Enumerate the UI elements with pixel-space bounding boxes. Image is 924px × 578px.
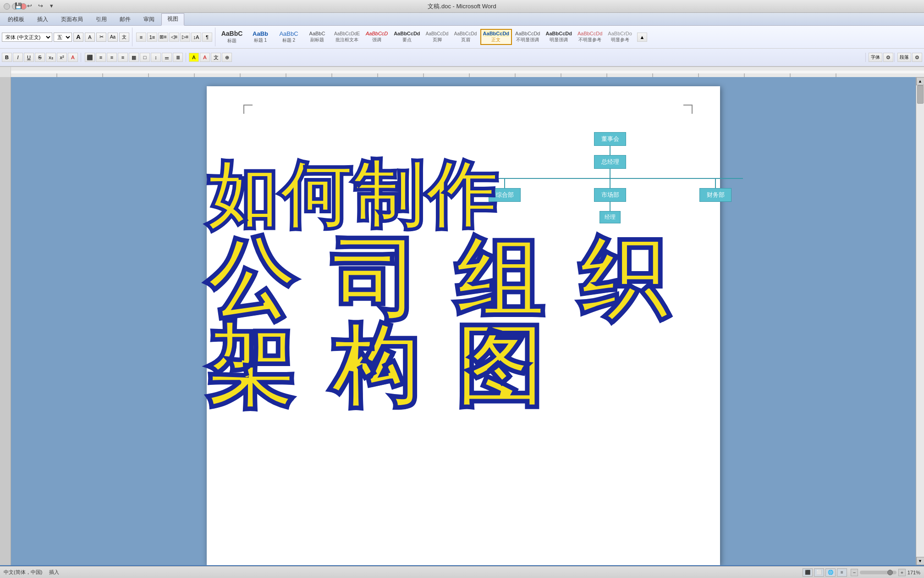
corner-mark-topright [683,105,693,114]
tab-templates[interactable]: 的模板 [2,14,30,25]
numbered-list-button[interactable]: 1≡ [147,33,157,42]
org-box-level2: 总经理 [594,155,626,169]
tab-mail[interactable]: 邮件 [114,14,137,25]
style-yaodian[interactable]: AaBbCcDd 要点 [391,29,422,44]
zoom-in-button[interactable]: + [898,569,906,576]
text-highlight-button[interactable]: A [189,53,199,62]
style-bumingxianbsq[interactable]: AaBbCcDd 不明显参考 [575,29,605,44]
org-connector-3a [504,179,505,188]
scroll-up-button[interactable]: ▲ [916,77,924,85]
style-yebi[interactable]: AaBbCcDd 页脚 [424,30,451,44]
shrink-font-button[interactable]: A [85,33,95,42]
save-quick-button[interactable]: 💾 [14,1,23,10]
status-right: ⬛ ⬜ 🌐 ≡ − + 171% [803,568,920,577]
style-yetou[interactable]: AaBbCcDd 页眉 [452,30,479,44]
grow-font-button[interactable]: A [73,33,83,42]
language-indicator: 中文(简体，中国) [4,569,42,576]
style-bumingxianqz[interactable]: AaBbCcDd 不明显强调 [513,29,542,44]
align-left-button[interactable]: ⬛ [85,53,95,62]
underline-button[interactable]: U [24,53,34,62]
style-biaoti[interactable]: AaBbC 标题 [218,28,246,45]
org-hline [477,178,743,179]
text-color2-button[interactable]: A [200,53,210,62]
para-settings-button[interactable]: ⚙ [912,53,922,62]
increase-indent-button[interactable]: ▷≡ [180,33,190,42]
border-button[interactable]: □ [140,53,150,62]
decrease-indent-button[interactable]: ◁≡ [169,33,179,42]
subscript-button[interactable]: x₂ [46,53,56,62]
print-layout-button[interactable]: ⬛ [803,568,813,577]
line-spacing-button[interactable]: ↕ [151,53,161,62]
shading-button[interactable]: ▦ [129,53,139,62]
quick-dropdown-button[interactable]: ▾ [47,1,56,10]
multilevel-list-button[interactable]: ⊞≡ [158,33,168,42]
ribbon-tab-bar: 的模板 插入 页面布局 引用 邮件 审阅 视图 [0,13,924,26]
circle-text-button[interactable]: ⊕ [222,53,232,62]
sort-button[interactable]: ↕A [191,33,201,42]
tab-insert[interactable]: 插入 [31,14,54,25]
styles-scroll-up[interactable]: ▲ [637,33,647,42]
scroll-down-button[interactable]: ▼ [916,557,924,565]
clear-format-button[interactable]: ✂ [96,33,106,42]
align-center-button[interactable]: ≡ [96,53,106,62]
tab-view[interactable]: 视图 [161,13,184,26]
group-label-font: 字体 [869,53,882,62]
aa-button[interactable]: Aa [108,33,118,42]
style-fubiaoti[interactable]: AaBbC 副标题 [303,29,331,44]
style-biaoti2[interactable]: AaBbC 标题 2 [275,29,302,45]
org-connector-3c [715,179,716,188]
style-qiangdiao[interactable]: AaBbCcD 强调 [363,29,390,44]
outline-button[interactable]: ≡ [837,568,847,577]
scroll-track[interactable] [916,85,924,557]
zoom-area[interactable]: − + 171% [851,569,920,576]
columns-button[interactable]: ⚌ [162,53,172,62]
minimize-button[interactable] [4,3,10,10]
zoom-handle[interactable] [887,570,893,575]
word-page[interactable]: 董事会 总经理 综合部 [207,86,720,565]
chinese-format-button[interactable]: 文 [119,33,129,42]
style-mingxianck[interactable]: AaBbCrDo 明显参考 [605,29,634,44]
strikethrough-button[interactable]: S [35,53,45,62]
ribbon: 的模板 插入 页面布局 引用 邮件 审阅 视图 宋体 (中文正文) 五号 A A… [0,13,924,67]
style-zhengwen[interactable]: AaBbCcDd 正文 [480,29,512,45]
org-connector-1 [610,146,610,155]
zoom-out-button[interactable]: − [851,569,858,576]
document-canvas[interactable]: 董事会 总经理 综合部 [11,77,916,565]
view-buttons[interactable]: ⬛ ⬜ 🌐 ≡ [803,568,847,577]
quick-access-toolbar[interactable]: 💾 ↩ ↪ ▾ [14,1,56,10]
zoom-slider[interactable] [860,571,896,574]
list-indent-button[interactable]: ≣ [173,53,183,62]
title-bar: 文稿.doc - Microsoft Word 💾 ↩ ↪ ▾ [0,0,924,13]
bullet-list-button[interactable]: ≡ [136,33,146,42]
org-box-root: 董事会 [594,132,626,146]
tab-review[interactable]: 审阅 [138,14,160,25]
org-connector-2 [610,169,610,178]
show-marks-button[interactable]: ¶ [202,33,212,42]
style-mingxianqz[interactable]: AaBbCcDd 明显强调 [543,29,574,44]
italic-button[interactable]: I [13,53,23,62]
style-biaoti1[interactable]: AaBb 标题 1 [247,29,274,45]
zoom-level-text[interactable]: 171% [908,570,920,575]
web-layout-button[interactable]: 🌐 [825,568,836,577]
justify-button[interactable]: ≡ [118,53,128,62]
scroll-thumb[interactable] [917,85,924,104]
org-box-经理1: 经理 [600,211,621,223]
font-effect-button[interactable]: 文 [211,53,221,62]
tab-layout[interactable]: 页面布局 [55,14,89,25]
tab-references[interactable]: 引用 [90,14,113,25]
style-pizhu[interactable]: AaBbCcDdE 批注框文本 [332,30,362,44]
font-size-select[interactable]: 五号 [54,33,72,42]
align-right-button[interactable]: ≡ [107,53,117,62]
font-name-select[interactable]: 宋体 (中文正文) [2,33,52,42]
vertical-scrollbar[interactable]: ▲ ▼ [916,77,924,565]
superscript-button[interactable]: x² [57,53,67,62]
full-screen-button[interactable]: ⬜ [814,568,824,577]
font-color-button[interactable]: A [68,53,78,62]
undo-quick-button[interactable]: ↩ [25,1,34,10]
bold-button[interactable]: B [2,53,12,62]
org-box-综合部: 综合部 [489,188,521,202]
left-margin [0,77,11,565]
font-settings-button[interactable]: ⚙ [883,53,893,62]
status-bar: 中文(简体，中国) 插入 ⬛ ⬜ 🌐 ≡ − + 171% [0,566,924,578]
redo-quick-button[interactable]: ↪ [36,1,45,10]
